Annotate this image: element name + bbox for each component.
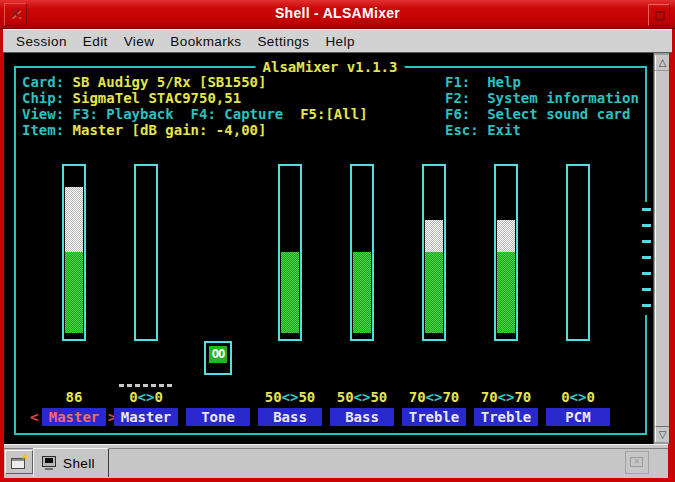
new-session-button[interactable]: ✶ (5, 450, 33, 474)
hint-exit: Esc: Exit (445, 122, 521, 138)
channel-label: PCM (546, 408, 610, 426)
channel-column-treble-6[interactable]: 70<>70Treble (470, 160, 542, 444)
volume-bar-outline (134, 164, 158, 341)
channel-label: Master (42, 408, 106, 426)
menu-settings[interactable]: Settings (249, 34, 317, 49)
maximize-icon (655, 11, 665, 21)
terminal-monitor-icon (41, 456, 57, 470)
chip-line: Chip: SigmaTel STAC9750,51 (22, 90, 241, 106)
channel-value: 50<>50 (254, 389, 326, 405)
channel-label: Tone (186, 408, 250, 426)
item-line: Item: Master [dB gain: -4,00] (22, 122, 266, 138)
maximize-button[interactable] (648, 4, 670, 26)
view-line: View: F3: Playback F4: Capture F5:[All] (22, 106, 368, 122)
channel-value: 0<>0 (110, 389, 182, 405)
chip-value: SigmaTel STAC9750,51 (73, 90, 242, 106)
view-current: F5:[All] (300, 106, 367, 122)
tabbar: ✶ Shell ✕ (4, 444, 668, 478)
card-line: Card: SB Audigy 5/Rx [SB1550] (22, 74, 266, 90)
new-sparkle-icon: ✶ (21, 452, 30, 463)
menu-help[interactable]: Help (317, 34, 362, 49)
menu-edit[interactable]: Edit (75, 34, 116, 49)
scroll-up-button[interactable]: △ (655, 55, 669, 70)
switch-on-indicator: OO (209, 346, 227, 363)
window-title: Shell - ALSAMixer (0, 0, 675, 27)
channel-value: 50<>50 (326, 389, 398, 405)
channel-column-tone-2[interactable]: OOTone (182, 160, 254, 444)
card-label: Card: (22, 74, 73, 90)
channel-label: Bass (330, 408, 394, 426)
hint-help: F1: Help (445, 74, 521, 90)
menu-session[interactable]: Session (8, 34, 75, 49)
view-modes: F3: Playback F4: Capture (73, 106, 301, 122)
bar-fill-green (497, 252, 515, 333)
detach-icon: ✕ (630, 457, 643, 467)
channel-label: Treble (474, 408, 538, 426)
bar-fill-green (65, 252, 83, 333)
channel-value: 86 (38, 389, 110, 405)
channel-column-master-0[interactable]: 86Master<> (38, 160, 110, 444)
konsole-window: ✕ Shell - ALSAMixer Session Edit View Bo… (0, 0, 675, 482)
scroll-down-button[interactable]: ▽ (655, 427, 669, 442)
bar-fill-green (353, 252, 371, 333)
card-value: SB Audigy 5/Rx [SB1550] (73, 74, 267, 90)
tab-shell[interactable]: Shell (33, 448, 109, 477)
alsamixer-title: AlsaMixer v1.1.3 (256, 59, 405, 75)
channel-label: Bass (258, 408, 322, 426)
channel-column-treble-5[interactable]: 70<>70Treble (398, 160, 470, 444)
menu-view[interactable]: View (116, 34, 163, 49)
hint-select-sound-card: F6: Select sound card (445, 106, 630, 122)
item-value: Master [dB gain: -4,00] (73, 122, 267, 138)
channel-label: Master (114, 408, 178, 426)
menu-bookmarks[interactable]: Bookmarks (162, 34, 249, 49)
channel-column-master-1[interactable]: 0<>0Master (110, 160, 182, 444)
value-overline-dashes (119, 384, 173, 387)
detach-session-button-disabled: ✕ (625, 451, 649, 474)
selected-arrow-left: < (30, 408, 40, 426)
bar-fill-green (281, 252, 299, 333)
volume-bar-outline (566, 164, 590, 341)
scrollbar-thumb[interactable] (655, 71, 669, 427)
channel-value: 70<>70 (398, 389, 470, 405)
channel-value: 0<>0 (542, 389, 614, 405)
bar-fill-green (425, 252, 443, 333)
bar-fill-white (65, 187, 83, 252)
channel-column-bass-3[interactable]: 50<>50Bass (254, 160, 326, 444)
item-label: Item: (22, 122, 73, 138)
bar-fill-white (425, 220, 443, 252)
channel-column-bass-4[interactable]: 50<>50Bass (326, 160, 398, 444)
terminal-screen[interactable]: AlsaMixer v1.1.3 Card: SB Audigy 5/Rx [S… (4, 53, 653, 444)
channel-value: 70<>70 (470, 389, 542, 405)
view-label: View: (22, 106, 73, 122)
chip-label: Chip: (22, 90, 73, 106)
channel-column-pcm-7[interactable]: 0<>0PCM (542, 160, 614, 444)
channel-label: Treble (402, 408, 466, 426)
scrollbar[interactable]: △ ▽ (653, 53, 669, 444)
mute-switch: OO (204, 341, 232, 375)
tab-label: Shell (63, 456, 95, 471)
hint-system-information: F2: System information (445, 90, 639, 106)
menubar: Session Edit View Bookmarks Settings Hel… (3, 29, 672, 53)
channels: 86Master<>0<>0MasterOOTone50<>50Bass50<>… (4, 160, 653, 444)
titlebar[interactable]: ✕ Shell - ALSAMixer (0, 0, 675, 29)
bar-fill-white (497, 220, 515, 252)
